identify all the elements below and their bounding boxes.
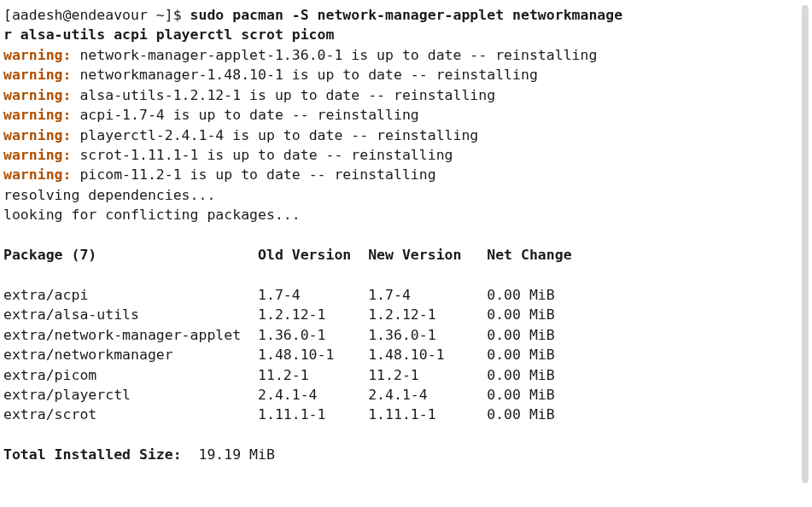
warning-prefix: warning:	[3, 166, 71, 183]
warning-text-4: playerctl-2.4.1-4 is up to date -- reins…	[71, 127, 478, 143]
table-row-5: extra/playerctl 2.4.1-4 2.4.1-4 0.00 MiB	[3, 387, 555, 403]
warning-text-0: network-manager-applet-1.36.0-1 is up to…	[71, 47, 597, 63]
terminal-output[interactable]: [aadesh@endeavour ~]$ sudo pacman -S net…	[3, 5, 812, 465]
warning-prefix: warning:	[3, 87, 71, 103]
warning-prefix: warning:	[3, 107, 71, 123]
table-row-6: extra/scrot 1.11.1-1 1.11.1-1 0.00 MiB	[3, 406, 555, 422]
total-label: Total Installed Size:	[3, 446, 182, 463]
warning-text-1: networkmanager-1.48.10-1 is up to date -…	[71, 67, 537, 83]
warning-text-3: acpi-1.7-4 is up to date -- reinstalling	[71, 107, 418, 123]
warning-text-2: alsa-utils-1.2.12-1 is up to date -- rei…	[71, 87, 495, 103]
table-row-0: extra/acpi 1.7-4 1.7-4 0.00 MiB	[3, 287, 555, 303]
warning-prefix: warning:	[3, 147, 71, 163]
status-resolving: resolving dependencies...	[3, 187, 215, 203]
prompt: [aadesh@endeavour ~]$	[3, 7, 190, 23]
warning-text-6: picom-11.2-1 is up to date -- reinstalli…	[71, 166, 435, 183]
table-row-3: extra/networkmanager 1.48.10-1 1.48.10-1…	[3, 347, 555, 363]
command-cont: r alsa-utils acpi playerctl scrot picom	[3, 26, 334, 43]
table-row-1: extra/alsa-utils 1.2.12-1 1.2.12-1 0.00 …	[3, 306, 555, 323]
table-row-2: extra/network-manager-applet 1.36.0-1 1.…	[3, 327, 555, 343]
table-header: Package (7) Old Version New Version Net …	[3, 247, 572, 263]
total-value: 19.19 MiB	[182, 446, 275, 463]
warning-prefix: warning:	[3, 47, 71, 63]
warning-prefix: warning:	[3, 67, 71, 83]
scrollbar[interactable]	[802, 5, 809, 483]
command: sudo pacman -S network-manager-applet ne…	[190, 7, 623, 23]
table-row-4: extra/picom 11.2-1 11.2-1 0.00 MiB	[3, 367, 555, 383]
warning-prefix: warning:	[3, 127, 71, 143]
warning-text-5: scrot-1.11.1-1 is up to date -- reinstal…	[71, 147, 453, 163]
status-conflicts: looking for conflicting packages...	[3, 207, 301, 223]
